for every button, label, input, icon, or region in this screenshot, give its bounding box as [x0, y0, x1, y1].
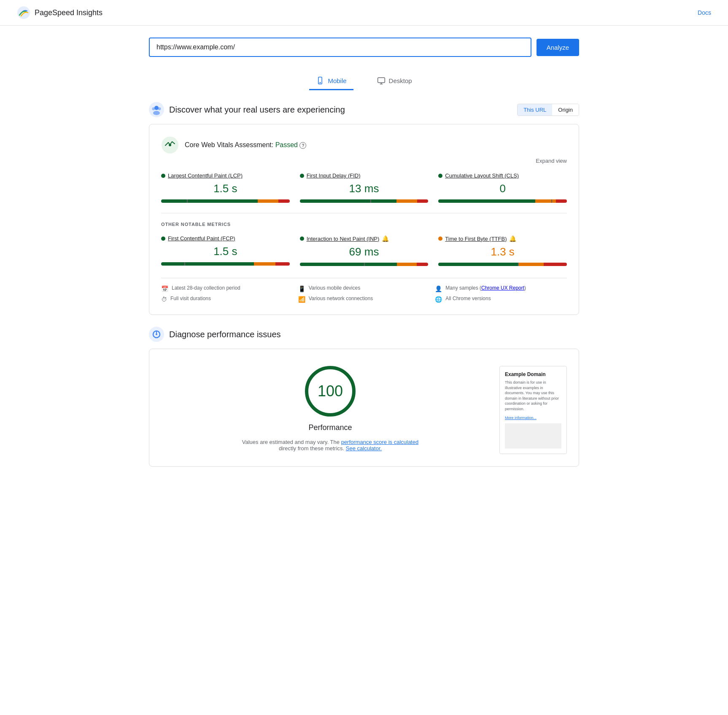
lcp-label: Largest Contentful Paint (LCP) [161, 172, 290, 179]
performance-score-note: Values are estimated and may vary. The p… [242, 439, 418, 452]
analyze-button[interactable]: Analyze [537, 39, 579, 56]
tab-desktop-label: Desktop [389, 77, 412, 84]
preview-gray-block [505, 423, 561, 449]
cls-label: Cumulative Layout Shift (CLS) [438, 172, 567, 179]
data-info-network: 📶 Various network connections [298, 296, 430, 303]
fcp-label: First Contentful Paint (FCP) [161, 235, 290, 242]
cwv-status: Passed [275, 141, 298, 148]
ttfb-warning-icon: 🔔 [509, 235, 516, 242]
cwv-card: Core Web Vitals Assessment: Passed ? Exp… [149, 124, 579, 315]
svg-point-16 [156, 333, 157, 335]
fid-link[interactable]: First Input Delay (FID) [307, 172, 361, 179]
cls-bar-orange [535, 199, 556, 203]
inp-bar-orange [397, 263, 417, 266]
cls-link[interactable]: Cumulative Layout Shift (CLS) [445, 172, 519, 179]
fid-bar [300, 199, 429, 203]
real-user-section-header: Discover what your real users are experi… [149, 102, 579, 117]
lcp-dot [161, 174, 165, 178]
ttfb-bar-green [438, 263, 518, 266]
fcp-link[interactable]: First Contentful Paint (FCP) [168, 235, 235, 242]
cls-dot [438, 174, 442, 178]
search-section: Analyze [132, 26, 596, 65]
data-info-visit-duration: ⏱ Full visit durations [161, 296, 293, 303]
fcp-value: 1.5 s [161, 245, 290, 258]
ttfb-link[interactable]: Time to First Byte (TTFB) [445, 236, 507, 242]
cwv-info-icon[interactable]: ? [299, 142, 306, 149]
metric-fcp: First Contentful Paint (FCP) 1.5 s [161, 235, 290, 268]
cls-bar-green [438, 199, 535, 203]
cwv-header: Core Web Vitals Assessment: Passed ? [161, 136, 567, 154]
cls-bar [438, 199, 567, 203]
tab-desktop[interactable]: Desktop [370, 72, 419, 90]
inp-bar-green [300, 263, 397, 266]
app-title: PageSpeed Insights [35, 8, 102, 17]
notable-metrics-label: OTHER NOTABLE METRICS [161, 222, 567, 227]
svg-point-8 [153, 111, 160, 115]
url-input[interactable] [149, 38, 531, 57]
diagnose-title-group: Diagnose performance issues [149, 327, 281, 342]
logo-group: PageSpeed Insights [17, 6, 102, 19]
network-icon: 📶 [298, 296, 305, 303]
svg-rect-3 [377, 78, 385, 83]
lcp-value: 1.5 s [161, 182, 290, 195]
metric-fid: First Input Delay (FID) 13 ms [300, 172, 429, 204]
lcp-link[interactable]: Largest Contentful Paint (LCP) [168, 172, 243, 179]
preview-domain-name: Example Domain [505, 371, 561, 377]
real-user-title: Discover what your real users are experi… [169, 105, 345, 115]
docs-link[interactable]: Docs [698, 9, 711, 16]
fid-bar-marker [370, 199, 371, 203]
perf-score-link[interactable]: performance score is calculated [341, 439, 419, 445]
fcp-bar-marker [184, 262, 185, 266]
tab-mobile[interactable]: Mobile [309, 72, 353, 90]
fcp-bar-orange [254, 262, 275, 266]
data-info-col3: 👤 Many samples (Chrome UX Report) 🌐 All … [435, 285, 567, 303]
ttfb-bar-marker [518, 263, 519, 266]
lcp-bar-green [161, 199, 258, 203]
crux-report-link[interactable]: Chrome UX Report [481, 285, 524, 291]
diagnose-title: Diagnose performance issues [169, 330, 281, 339]
origin-button[interactable]: Origin [552, 104, 579, 116]
this-url-button[interactable]: This URL [518, 104, 552, 116]
lcp-bar [161, 199, 290, 203]
data-info-section: 📅 Latest 28-day collection period ⏱ Full… [161, 278, 567, 303]
expand-view-button[interactable]: Expand view [536, 158, 567, 164]
fcp-bar [161, 262, 290, 266]
data-info-collection-period: 📅 Latest 28-day collection period [161, 285, 293, 292]
svg-point-12 [169, 144, 171, 146]
performance-score-label: Performance [308, 423, 352, 432]
diagnose-wrapper: 100 Performance Values are estimated and… [161, 366, 567, 454]
cls-value: 0 [438, 182, 567, 195]
calculator-link[interactable]: See calculator. [346, 445, 382, 452]
real-user-icon [149, 102, 164, 117]
calendar-icon: 📅 [161, 285, 168, 292]
tab-bar: Mobile Desktop [0, 65, 728, 90]
fcp-dot [161, 237, 165, 241]
header: PageSpeed Insights Docs [0, 0, 728, 26]
diagnose-icon [149, 327, 164, 342]
timer-icon: ⏱ [161, 296, 167, 303]
metric-cls: Cumulative Layout Shift (CLS) 0 [438, 172, 567, 204]
tab-mobile-label: Mobile [328, 77, 346, 84]
metric-lcp: Largest Contentful Paint (LCP) 1.5 s [161, 172, 290, 204]
inp-dot [300, 237, 304, 241]
metrics-divider [161, 213, 567, 213]
fid-value: 13 ms [300, 182, 429, 195]
preview-more-link[interactable]: More information... [505, 416, 537, 420]
search-bar: Analyze [149, 38, 579, 57]
preview-description: This domain is for use in illustrative e… [505, 380, 561, 412]
chrome-icon: 🌐 [435, 296, 442, 303]
samples-icon: 👤 [435, 285, 442, 292]
metric-ttfb: Time to First Byte (TTFB) 🔔 1.3 s [438, 235, 567, 268]
fid-bar-green [300, 199, 396, 203]
svg-point-2 [320, 82, 321, 83]
diagnose-card: 100 Performance Values are estimated and… [149, 349, 579, 467]
inp-warning-icon: 🔔 [382, 235, 389, 242]
inp-bar-marker [364, 263, 365, 266]
inp-link[interactable]: Interaction to Next Paint (INP) [307, 236, 380, 242]
ttfb-bar-red [544, 263, 567, 266]
url-origin-toggle: This URL Origin [517, 104, 579, 116]
svg-point-9 [152, 108, 155, 110]
metric-inp: Interaction to Next Paint (INP) 🔔 69 ms [300, 235, 429, 268]
cwv-assessment-label: Core Web Vitals Assessment: Passed ? [185, 141, 306, 149]
mobile-icon [316, 76, 324, 85]
